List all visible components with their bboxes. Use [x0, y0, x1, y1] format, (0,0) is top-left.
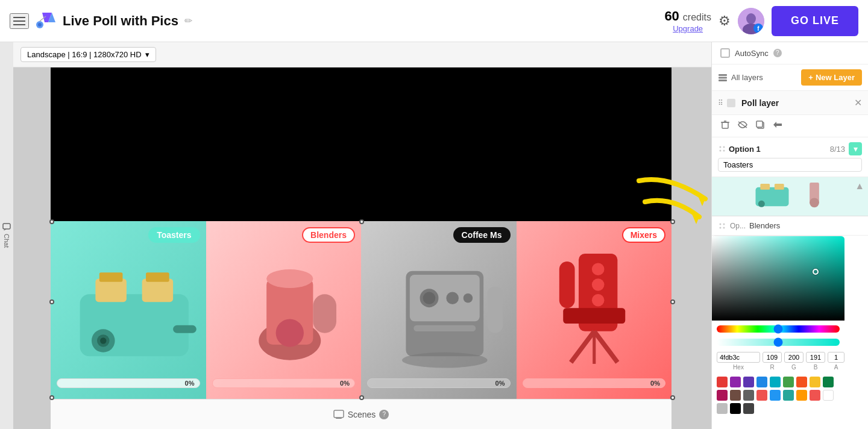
swatch-orange[interactable] — [796, 390, 807, 401]
autosync-checkbox[interactable] — [720, 48, 730, 58]
all-layers-label: All layers — [731, 73, 763, 82]
option2-label-row: Op... Blenders — [718, 221, 862, 230]
swatch-deep-orange[interactable] — [796, 377, 807, 387]
a-col: 1 A — [828, 352, 844, 371]
corner-handle-bm[interactable] — [359, 395, 364, 400]
credits-count: 60 — [664, 8, 679, 24]
header: Live Poll with Pics ✏ 60 credits Upgrade… — [0, 0, 868, 42]
g-input[interactable]: 200 — [784, 352, 804, 363]
swatch-dark-green[interactable] — [823, 377, 834, 387]
svg-rect-15 — [146, 272, 169, 281]
autosync-label: AutoSync — [735, 49, 769, 58]
a-input[interactable]: 1 — [828, 352, 844, 363]
color-gradient[interactable] — [712, 236, 844, 321]
scenes-bar[interactable]: Scenes ? — [51, 399, 671, 429]
drag-handle-icon[interactable]: ⠿ — [718, 99, 723, 107]
corner-handle-bl[interactable] — [49, 395, 54, 400]
b-col: 191 B — [806, 352, 825, 371]
toaster-image — [57, 239, 206, 381]
delete-layer-button[interactable] — [720, 120, 730, 132]
option1-expand-button[interactable]: ▾ — [849, 142, 862, 155]
header-left: Live Poll with Pics ✏ — [10, 10, 657, 32]
swatch-pink[interactable] — [717, 390, 728, 401]
chat-panel[interactable]: Chat — [0, 42, 13, 429]
swatch-yellow[interactable] — [810, 377, 820, 387]
swatch-dark-gray[interactable] — [743, 403, 754, 414]
r-label: R — [770, 364, 774, 371]
corner-handle-tm[interactable] — [359, 219, 364, 224]
new-layer-button[interactable]: + New Layer — [801, 69, 862, 86]
poll-layer-label: Poll layer — [741, 98, 851, 108]
svg-rect-46 — [719, 74, 727, 76]
corner-handle-mr[interactable] — [670, 299, 675, 304]
swatch-gray[interactable] — [743, 390, 754, 401]
more-options-button[interactable] — [772, 120, 783, 132]
all-layers-button[interactable]: All layers — [718, 73, 763, 82]
hue-slider[interactable] — [717, 325, 840, 333]
resolution-dropdown[interactable]: Landscape | 16:9 | 1280x720 HD ▾ — [20, 47, 156, 62]
hue-slider-row — [712, 321, 844, 349]
svg-rect-49 — [722, 122, 728, 128]
toasters-progress-bar: 0% — [57, 378, 200, 388]
poll-option-blenders: Blenders 0% — [206, 221, 362, 399]
coffee-image — [367, 239, 517, 381]
go-live-button[interactable]: GO LIVE — [772, 6, 858, 36]
corner-handle-tl[interactable] — [49, 219, 54, 224]
poll-option-coffee: Coffee Ms 0% — [361, 221, 517, 399]
option1-drag-icon — [718, 145, 726, 153]
swatch-purple[interactable] — [730, 377, 741, 387]
option1-header: Option 1 8/13 ▾ — [718, 142, 862, 155]
poll-layer-close-button[interactable]: ✕ — [854, 97, 862, 108]
visibility-button[interactable] — [737, 121, 748, 131]
swatch-coral[interactable] — [810, 390, 820, 401]
swatch-brown[interactable] — [730, 390, 741, 401]
resolution-label: Landscape | 16:9 | 1280x720 HD — [27, 50, 142, 59]
svg-point-67 — [720, 227, 722, 228]
g-label: G — [791, 364, 796, 371]
g-col: 200 G — [784, 352, 804, 371]
swatch-light-gray[interactable] — [717, 403, 728, 414]
option2-title: Op... — [730, 222, 746, 230]
swatch-teal[interactable] — [783, 390, 794, 401]
upgrade-link[interactable]: Upgrade — [673, 24, 703, 33]
svg-point-65 — [720, 223, 722, 225]
main-layout: Chat Landscape | 16:9 | 1280x720 HD ▾ — [0, 42, 868, 429]
svg-rect-48 — [719, 80, 727, 81]
avatar: f — [738, 8, 764, 34]
swatch-deep-purple[interactable] — [743, 377, 754, 387]
svg-rect-31 — [414, 325, 476, 331]
autosync-help-icon[interactable]: ? — [773, 49, 782, 57]
svg-point-28 — [423, 292, 436, 304]
swatch-red[interactable] — [717, 377, 728, 387]
swatch-light-blue[interactable] — [770, 390, 781, 401]
swatch-white[interactable] — [823, 390, 834, 401]
svg-point-66 — [723, 223, 725, 225]
option1-label-input[interactable] — [718, 158, 862, 172]
corner-handle-ml[interactable] — [49, 299, 54, 304]
preview-blender-image — [796, 180, 832, 213]
corner-handle-br[interactable] — [670, 395, 675, 400]
menu-button[interactable] — [10, 13, 29, 29]
swatch-green[interactable] — [783, 377, 794, 387]
project-title: Live Poll with Pics — [63, 13, 178, 29]
settings-button[interactable]: ⚙ — [719, 13, 731, 29]
b-input[interactable]: 191 — [806, 352, 825, 363]
swatch-blue[interactable] — [756, 377, 767, 387]
corner-handle-tr[interactable] — [670, 219, 675, 224]
svg-line-36 — [571, 331, 594, 362]
svg-point-58 — [723, 150, 725, 152]
edit-title-icon[interactable]: ✏ — [184, 15, 192, 27]
hex-input[interactable]: 4fdb3c — [717, 352, 760, 363]
svg-rect-10 — [3, 224, 10, 229]
swatch-cyan[interactable] — [770, 377, 781, 387]
alpha-slider[interactable] — [717, 339, 840, 346]
preview-expand-button[interactable]: ▲ — [855, 181, 864, 192]
swatch-black[interactable] — [730, 403, 741, 414]
swatch-light-red[interactable] — [756, 390, 767, 401]
duplicate-layer-button[interactable] — [755, 120, 765, 132]
svg-point-30 — [464, 293, 473, 302]
option-label-blenders: Blenders — [302, 227, 355, 243]
r-input[interactable]: 109 — [763, 352, 782, 363]
blenders-percent: 0% — [340, 380, 350, 387]
blenders-bar-container: 0% — [212, 378, 356, 388]
